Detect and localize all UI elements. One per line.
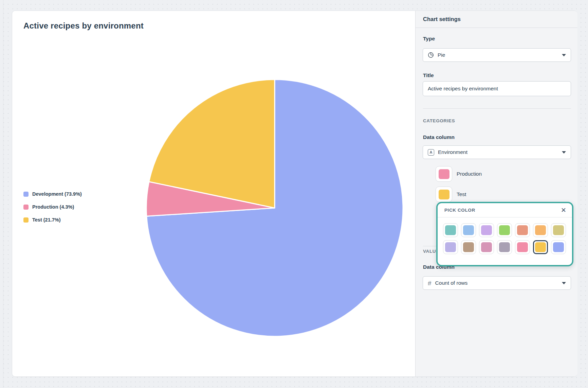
legend-label: Test (21.7%) (32, 217, 61, 223)
color-chip (499, 242, 510, 252)
color-swatch-option[interactable] (461, 240, 476, 254)
color-swatch-option[interactable] (497, 223, 512, 237)
color-swatch-option[interactable] (479, 223, 494, 237)
color-swatch-option[interactable] (479, 240, 494, 254)
pie-chart[interactable] (146, 79, 404, 337)
categories-section-label: CATEGORIES (423, 118, 455, 123)
chart-title: Active recipes by environment (23, 21, 144, 31)
category-data-column-dropdown[interactable]: A Environment (423, 145, 571, 159)
data-column-label: Data column (423, 134, 455, 140)
category-row-production: Production (436, 166, 482, 182)
legend-item-development: Development (73.9%) (23, 191, 82, 197)
color-chip (499, 225, 510, 235)
swatch-row (443, 223, 567, 237)
category-label: Test (457, 191, 466, 197)
color-chip (553, 225, 564, 235)
color-chip (517, 225, 528, 235)
chart-title-input[interactable] (423, 81, 571, 96)
type-label: Type (423, 36, 435, 42)
color-swatch-option[interactable] (533, 223, 548, 237)
chart-preview-card: Active recipes by environment Developmen… (12, 11, 415, 376)
category-row-test: Test (436, 187, 466, 202)
values-data-column-dropdown[interactable]: # Count of rows (423, 276, 571, 290)
panel-title: Chart settings (423, 16, 461, 22)
legend-swatch-test (23, 217, 29, 223)
legend-label: Development (73.9%) (32, 191, 82, 197)
chart-legend: Development (73.9%) Production (4.3%) Te… (23, 191, 82, 230)
color-chip (445, 242, 456, 252)
production-color-button[interactable] (436, 166, 452, 182)
legend-label: Production (4.3%) (32, 204, 74, 210)
color-chip (535, 225, 546, 235)
production-color-chip (439, 169, 449, 179)
pick-color-popover: PICK COLOR ✕ (436, 202, 573, 266)
color-chip (481, 242, 492, 252)
color-swatch-option[interactable] (461, 223, 476, 237)
color-swatch-option[interactable] (515, 240, 530, 254)
category-data-column-value: Environment (438, 149, 467, 155)
values-data-column-value: Count of rows (435, 280, 468, 286)
title-label: Title (423, 72, 434, 78)
legend-swatch-development (23, 192, 29, 197)
color-chip (553, 242, 564, 252)
chart-type-dropdown[interactable]: Pie (423, 48, 571, 62)
color-chip (463, 225, 474, 235)
color-swatch-option[interactable] (443, 223, 458, 237)
color-swatch-option[interactable] (497, 240, 512, 254)
panel-header: Chart settings (416, 11, 577, 28)
legend-item-production: Production (4.3%) (23, 204, 82, 210)
chevron-down-icon (562, 54, 566, 56)
color-swatch-grid (438, 217, 572, 254)
color-chip (445, 225, 456, 235)
legend-item-test: Test (21.7%) (23, 217, 82, 223)
close-icon[interactable]: ✕ (561, 207, 566, 213)
color-chip (481, 225, 492, 235)
pick-color-title: PICK COLOR (444, 208, 475, 213)
pie-chart-icon (428, 52, 434, 58)
chevron-down-icon (562, 282, 566, 284)
color-swatch-option[interactable] (533, 240, 548, 254)
color-swatch-option[interactable] (443, 240, 458, 254)
chart-type-value: Pie (438, 52, 445, 58)
pick-color-header: PICK COLOR ✕ (438, 203, 572, 217)
text-column-icon: A (428, 149, 434, 156)
test-color-chip (439, 190, 449, 199)
test-color-button[interactable] (436, 187, 452, 202)
color-swatch-option[interactable] (551, 240, 566, 254)
swatch-row (443, 240, 567, 254)
color-chip (463, 242, 474, 252)
legend-swatch-production (23, 205, 29, 210)
chart-settings-panel: Chart settings Type Pie Title CATEGORIES… (415, 11, 577, 376)
color-chip (517, 242, 528, 252)
canvas-edge-line (3, 0, 3, 388)
category-label: Production (457, 171, 482, 177)
chart-builder-window: Active recipes by environment Developmen… (12, 11, 577, 377)
color-swatch-option[interactable] (551, 223, 566, 237)
chevron-down-icon (562, 151, 566, 154)
section-divider (423, 108, 571, 109)
color-swatch-option[interactable] (515, 223, 530, 237)
number-icon: # (428, 280, 431, 286)
color-chip (535, 242, 546, 252)
